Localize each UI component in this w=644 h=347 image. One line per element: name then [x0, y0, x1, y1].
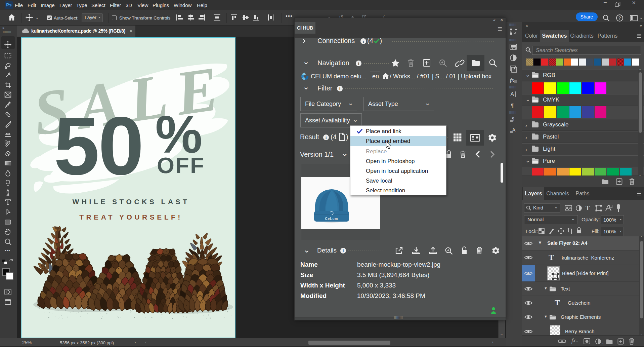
svg-text:?: ?: [618, 16, 621, 21]
svg-text:A: A: [510, 91, 514, 98]
svg-text:TREAT YOURSELF!: TREAT YOURSELF!: [79, 213, 183, 221]
svg-text:OFF: OFF: [157, 153, 205, 178]
svg-text:WHILE STOCKS LAST: WHILE STOCKS LAST: [73, 198, 190, 205]
svg-text:fx: fx: [510, 77, 514, 83]
svg-text:¶: ¶: [511, 102, 514, 109]
svg-text:50: 50: [54, 100, 143, 192]
svg-text:CeLum: CeLum: [325, 217, 338, 221]
